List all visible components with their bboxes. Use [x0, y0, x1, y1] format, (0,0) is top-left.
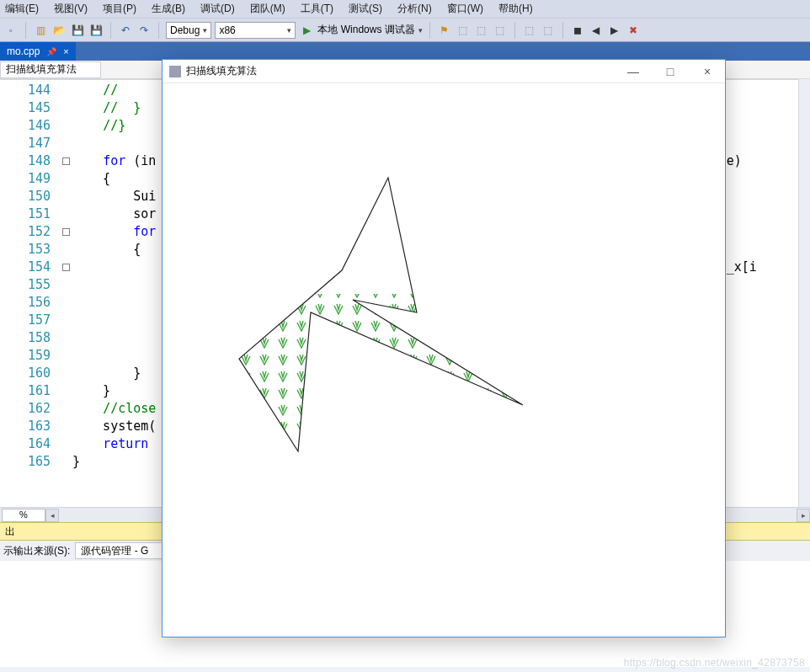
fold-column[interactable] [59, 80, 72, 507]
watermark: https://blog.csdn.net/weixin_42873758 [624, 657, 805, 669]
scope-value: 扫描线填充算法 [6, 62, 77, 77]
pin-icon[interactable]: 📌 [46, 47, 56, 56]
bookmark-next-icon[interactable]: ▶ [607, 23, 622, 38]
tool-icon[interactable]: ⚑ [437, 23, 452, 38]
open-file-icon[interactable]: 📂 [51, 23, 67, 38]
app-titlebar[interactable]: 扫描线填充算法 — □ × [163, 60, 725, 83]
run-icon[interactable]: ▶ [299, 23, 314, 38]
maximize-button[interactable]: □ [659, 65, 681, 78]
toolbar-separator [562, 22, 563, 39]
run-label[interactable]: 本地 Windows 调试器 [317, 23, 414, 37]
scroll-left-icon[interactable]: ◂ [45, 509, 59, 522]
toolbar-separator [110, 22, 111, 39]
svg-rect-1 [163, 294, 727, 437]
document-tab[interactable]: mo.cpp 📌 × [0, 42, 76, 61]
new-file-icon[interactable]: ▥ [33, 23, 48, 38]
vertical-scrollbar[interactable] [798, 79, 810, 507]
save-all-icon[interactable]: 💾 [88, 23, 104, 38]
menu-team[interactable]: 团队(M) [250, 2, 285, 16]
menu-view[interactable]: 视图(V) [54, 2, 88, 16]
undo-icon[interactable]: ↶ [118, 23, 133, 38]
document-tab-filename: mo.cpp [7, 45, 40, 57]
tool-icon[interactable]: ⬚ [493, 23, 508, 38]
chevron-down-icon[interactable]: ▾ [418, 26, 423, 35]
menu-analyze[interactable]: 分析(N) [397, 2, 432, 16]
app-window: 扫描线填充算法 — □ × [162, 59, 726, 637]
redo-icon[interactable]: ↷ [136, 23, 152, 38]
toolbar-separator [514, 22, 515, 39]
output-source-label: 示输出来源(S): [3, 544, 70, 558]
toolbar-separator [25, 22, 26, 39]
line-number-gutter: 1441451461471481491501511521531541551561… [0, 80, 59, 507]
config-dropdown[interactable]: Debug ▾ [166, 22, 211, 39]
menu-project[interactable]: 项目(P) [103, 2, 136, 16]
minimize-button[interactable]: — [622, 65, 644, 78]
chevron-down-icon: ▾ [287, 26, 291, 35]
menu-window[interactable]: 窗口(W) [447, 2, 483, 16]
save-icon[interactable]: 💾 [70, 23, 85, 38]
platform-value: x86 [219, 24, 235, 36]
toolbar-separator [429, 22, 430, 39]
tool-icon[interactable]: ⬚ [522, 23, 537, 38]
output-source-dropdown[interactable]: 源代码管理 - G [75, 542, 168, 559]
bookmark-icon[interactable]: ◼ [570, 23, 585, 38]
app-icon [169, 66, 181, 77]
close-button[interactable]: × [696, 65, 718, 78]
tool-icon[interactable]: ⬚ [456, 23, 471, 38]
toolbar: ◦ ▥ 📂 💾 💾 ↶ ↷ Debug ▾ x86 ▾ ▶ 本地 Windows… [0, 19, 810, 42]
menu-tools[interactable]: 工具(T) [301, 2, 333, 16]
close-tab-icon[interactable]: × [63, 46, 68, 56]
menu-debug[interactable]: 调试(D) [200, 2, 235, 16]
platform-dropdown[interactable]: x86 ▾ [215, 22, 296, 39]
app-canvas [163, 83, 725, 637]
tool-icon[interactable]: ⬚ [474, 23, 489, 38]
menu-help[interactable]: 帮助(H) [498, 2, 533, 16]
toolbar-separator [158, 22, 159, 39]
nav-back-icon[interactable]: ◦ [3, 23, 19, 38]
menu-build[interactable]: 生成(B) [152, 2, 185, 16]
bookmark-prev-icon[interactable]: ◀ [589, 23, 604, 38]
menu-test[interactable]: 测试(S) [349, 2, 382, 16]
polygon-canvas-svg [163, 83, 727, 637]
app-title: 扫描线填充算法 [186, 64, 257, 78]
scroll-right-icon[interactable]: ▸ [797, 509, 810, 522]
zoom-level[interactable]: % [2, 509, 45, 522]
output-header-label: 出 [5, 525, 15, 539]
document-tab-row: mo.cpp 📌 × [0, 42, 810, 61]
tool-icon[interactable]: ⬚ [541, 23, 556, 38]
menu-edit[interactable]: 编辑(E) [5, 2, 39, 16]
menu-bar: 编辑(E) 视图(V) 项目(P) 生成(B) 调试(D) 团队(M) 工具(T… [0, 0, 810, 19]
chevron-down-icon: ▾ [203, 26, 207, 35]
scope-dropdown[interactable]: 扫描线填充算法 [0, 61, 101, 78]
output-source-value: 源代码管理 - G [81, 544, 148, 558]
config-value: Debug [170, 24, 200, 36]
bookmark-clear-icon[interactable]: ✖ [626, 23, 641, 38]
